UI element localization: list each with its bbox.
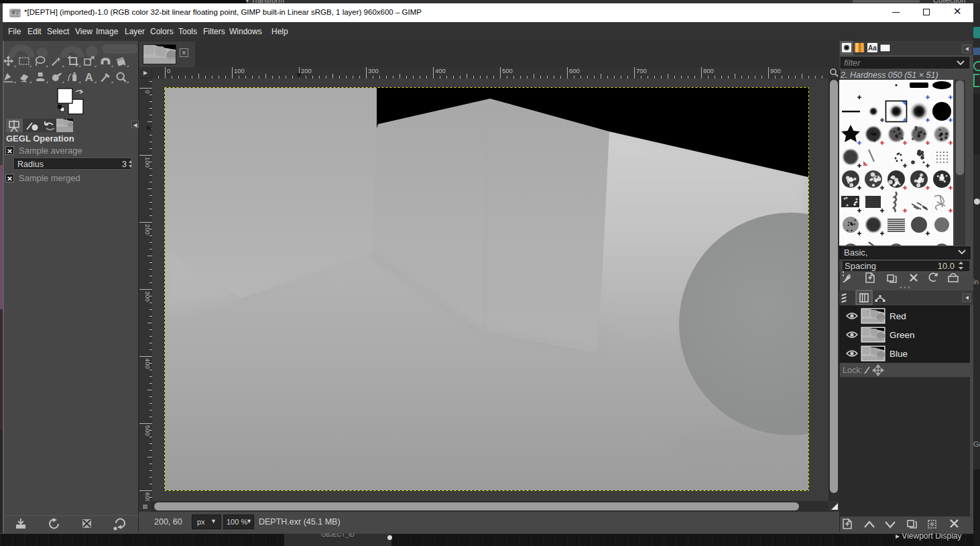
svg-text:100: 100 [234,67,245,74]
svg-text:200: 200 [144,224,151,235]
svg-text:0: 0 [167,67,170,74]
svg-text:0: 0 [144,90,151,93]
svg-text:Blue: Blue [890,349,908,359]
svg-text:800: 800 [703,67,714,74]
svg-text:Red: Red [890,311,906,321]
svg-text:600: 600 [569,67,580,74]
svg-text:700: 700 [636,67,647,74]
svg-text:300: 300 [368,67,379,74]
svg-text:Aa: Aa [868,44,877,52]
svg-text:Basic,: Basic, [844,248,867,258]
svg-text:Green: Green [890,330,915,340]
svg-text:10.0: 10.0 [938,261,955,271]
svg-text:500: 500 [144,425,151,436]
svg-text:200: 200 [301,67,312,74]
svg-text:900: 900 [770,67,781,74]
svg-text:600: 600 [144,492,151,501]
svg-text:2. Hardness 050 (51 × 51): 2. Hardness 050 (51 × 51) [840,70,938,80]
svg-text:300: 300 [144,291,151,302]
svg-text:i: i [34,125,36,131]
svg-text:500: 500 [502,67,513,74]
svg-text:Spacing: Spacing [845,261,876,271]
svg-text:A: A [84,71,93,84]
svg-text:Lock:: Lock: [843,366,863,375]
svg-text:100: 100 [144,157,151,168]
svg-text:filter: filter [844,58,861,68]
svg-text:400: 400 [144,358,151,369]
svg-text:400: 400 [435,67,446,74]
